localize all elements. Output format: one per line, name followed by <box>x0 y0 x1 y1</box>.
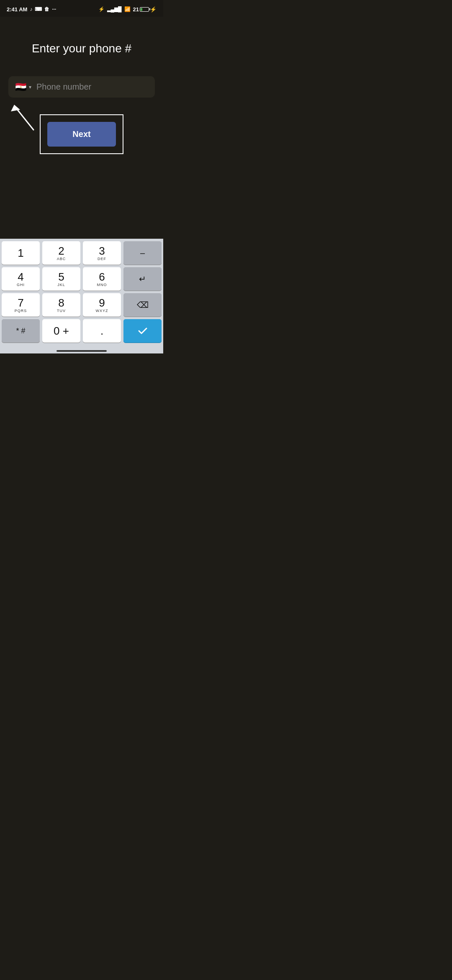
key-5-letters: JKL <box>57 283 65 287</box>
key-backspace[interactable]: ⌫ <box>123 293 162 317</box>
menu-icon: ··· <box>52 6 56 12</box>
svg-line-0 <box>17 109 33 130</box>
key-return[interactable]: ↵ <box>123 267 162 291</box>
key-star-hash[interactable]: * # <box>2 319 40 343</box>
key-7-letters: PQRS <box>15 309 27 313</box>
key-0[interactable]: 0 + <box>42 319 80 343</box>
country-selector[interactable]: 🇪🇬 ▾ <box>15 83 31 92</box>
key-0-num: 0 + <box>54 325 69 336</box>
checkmark-icon <box>137 325 149 337</box>
key-8-num: 8 <box>58 297 64 308</box>
key-9-num: 9 <box>99 297 105 308</box>
key-5[interactable]: 5 JKL <box>42 267 80 291</box>
key-dash[interactable]: – <box>123 241 162 265</box>
wifi-icon: 📶 <box>124 6 131 12</box>
key-8-letters: TUV <box>57 309 66 313</box>
tiktok-icon: ♪ <box>30 6 32 12</box>
key-1-num: 1 <box>18 248 23 258</box>
key-dot[interactable]: . <box>83 319 121 343</box>
key-2-num: 2 <box>58 245 64 256</box>
delete-icon: 🗑 <box>44 6 49 12</box>
page-title: Enter your phone # <box>32 42 131 55</box>
key-3[interactable]: 3 DEF <box>83 241 121 265</box>
keyboard-icon: ⌨ <box>35 6 42 12</box>
battery-fill <box>141 8 142 11</box>
bluetooth-icon: ⚡ <box>98 6 105 12</box>
home-indicator <box>0 347 163 353</box>
key-4[interactable]: 4 GHI <box>2 267 40 291</box>
key-backspace-sym: ⌫ <box>137 301 149 309</box>
country-flag: 🇪🇬 <box>15 83 26 92</box>
key-dash-sym: – <box>140 249 145 257</box>
key-return-sym: ↵ <box>139 275 146 283</box>
key-6[interactable]: 6 MNO <box>83 267 121 291</box>
key-4-letters: GHI <box>17 283 25 287</box>
next-button-wrapper: Next <box>40 114 123 154</box>
key-3-letters: DEF <box>98 257 106 261</box>
dropdown-arrow-icon: ▾ <box>29 84 31 90</box>
home-bar <box>56 350 107 352</box>
key-7[interactable]: 7 PQRS <box>2 293 40 317</box>
phone-input-container: 🇪🇬 ▾ <box>8 76 155 98</box>
key-star-hash-sym: * # <box>16 327 25 335</box>
keyboard: 1 2 ABC 3 DEF – 4 GHI 5 JKL 6 MNO ↵ <box>0 239 163 347</box>
key-4-num: 4 <box>18 271 23 282</box>
key-5-num: 5 <box>58 271 64 282</box>
battery-indicator: 21 ⚡ <box>133 6 157 13</box>
charging-icon: ⚡ <box>150 6 157 13</box>
main-content: Enter your phone # 🇪🇬 ▾ Next <box>0 17 163 239</box>
phone-number-input[interactable] <box>36 82 148 92</box>
key-2-letters: ABC <box>57 257 66 261</box>
signal-icon: ▂▄▆█ <box>107 6 122 12</box>
status-bar: 2:41 AM ♪ ⌨ 🗑 ··· ⚡ ▂▄▆█ 📶 21 ⚡ <box>0 0 163 17</box>
status-left: 2:41 AM ♪ ⌨ 🗑 ··· <box>7 6 56 13</box>
key-confirm[interactable] <box>123 319 162 343</box>
key-6-letters: MNO <box>97 283 107 287</box>
next-button[interactable]: Next <box>47 122 116 147</box>
status-right: ⚡ ▂▄▆█ 📶 21 ⚡ <box>98 6 157 13</box>
key-1[interactable]: 1 <box>2 241 40 265</box>
battery-box <box>140 7 149 12</box>
battery-percent: 21 <box>133 6 139 13</box>
key-8[interactable]: 8 TUV <box>42 293 80 317</box>
keyboard-row-1: 1 2 ABC 3 DEF – <box>2 241 162 265</box>
key-9-letters: WXYZ <box>96 309 108 313</box>
key-2[interactable]: 2 ABC <box>42 241 80 265</box>
key-3-num: 3 <box>99 245 105 256</box>
key-9[interactable]: 9 WXYZ <box>83 293 121 317</box>
time-display: 2:41 AM <box>7 6 27 13</box>
keyboard-row-3: 7 PQRS 8 TUV 9 WXYZ ⌫ <box>2 293 162 317</box>
arrow-annotation <box>8 101 42 134</box>
key-dot-sym: . <box>100 325 103 336</box>
keyboard-row-4: * # 0 + . <box>2 319 162 343</box>
keyboard-row-2: 4 GHI 5 JKL 6 MNO ↵ <box>2 267 162 291</box>
key-7-num: 7 <box>18 297 23 308</box>
key-6-num: 6 <box>99 271 105 282</box>
